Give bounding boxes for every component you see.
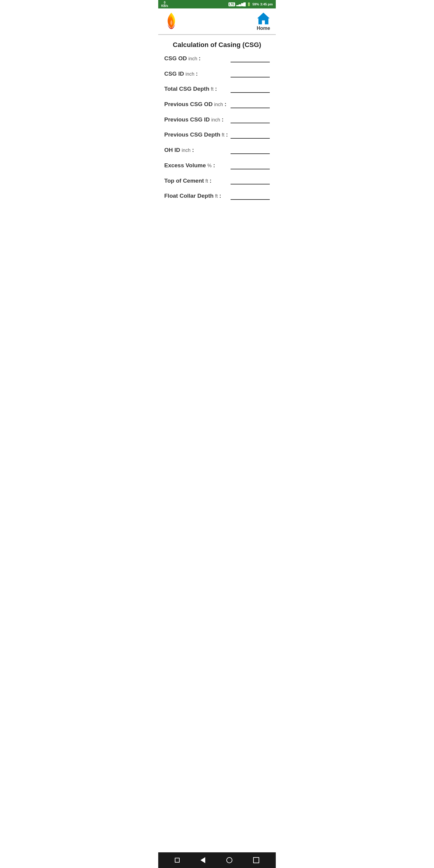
label-csg-od: CSG OD inch : (164, 55, 230, 62)
label-total-csg-depth: Total CSG Depth ft : (164, 85, 230, 93)
input-previous-csg-id[interactable] (230, 116, 270, 123)
input-float-collar-depth[interactable] (230, 193, 270, 200)
status-right: LTE ▂▄▆█ 🔋 59% 3:45 pm (228, 2, 273, 6)
label-csg-id: CSG ID inch : (164, 70, 230, 78)
label-top-of-cement: Top of Cement ft : (164, 177, 230, 185)
signal-icon: ▂▄▆█ (236, 2, 246, 6)
field-previous-csg-id: Previous CSG ID inch : (164, 116, 270, 125)
status-bar: 0 KB/s LTE ▂▄▆█ 🔋 59% 3:45 pm (158, 0, 276, 8)
field-total-csg-depth: Total CSG Depth ft : (164, 85, 270, 94)
input-excess-volume[interactable] (230, 162, 270, 169)
battery-percent: 59% (252, 2, 259, 6)
flame-icon (163, 11, 180, 31)
input-previous-csg-od[interactable] (230, 101, 270, 108)
field-previous-csg-od: Previous CSG OD inch : (164, 101, 270, 110)
label-previous-csg-id: Previous CSG ID inch : (164, 116, 230, 124)
input-csg-id[interactable] (230, 70, 270, 78)
input-oh-id[interactable] (230, 147, 270, 154)
home-icon (256, 11, 271, 25)
label-oh-id: OH ID inch : (164, 147, 230, 154)
field-csg-id: CSG ID inch : (164, 70, 270, 79)
label-excess-volume: Excess Volume % : (164, 162, 230, 169)
label-previous-csg-od: Previous CSG OD inch : (164, 101, 230, 108)
field-top-of-cement: Top of Cement ft : (164, 177, 270, 186)
input-total-csg-depth[interactable] (230, 86, 270, 93)
network-type-icon: LTE (228, 2, 235, 6)
page-title: Calculation of Casing (CSG) (163, 41, 271, 49)
form-container: CSG OD inch : CSG ID inch : Total CSG De… (158, 52, 276, 214)
input-top-of-cement[interactable] (230, 177, 270, 184)
field-csg-od: CSG OD inch : (164, 55, 270, 64)
label-float-collar-depth: Float Collar Depth ft : (164, 192, 230, 200)
app-logo (163, 11, 180, 31)
input-previous-csg-depth[interactable] (230, 131, 270, 138)
field-float-collar-depth: Float Collar Depth ft : (164, 192, 270, 201)
input-csg-od[interactable] (230, 55, 270, 62)
battery-icon: 🔋 (247, 2, 251, 6)
svg-marker-1 (257, 13, 270, 24)
page-title-container: Calculation of Casing (CSG) (158, 35, 276, 52)
field-excess-volume: Excess Volume % : (164, 162, 270, 170)
time-display: 3:45 pm (260, 2, 273, 6)
field-oh-id: OH ID inch : (164, 147, 270, 155)
home-button[interactable]: Home (256, 11, 271, 31)
header: Home (158, 8, 276, 34)
label-previous-csg-depth: Previous CSG Depth ft : (164, 131, 230, 138)
field-previous-csg-depth: Previous CSG Depth ft : (164, 131, 270, 140)
home-label: Home (257, 26, 270, 31)
data-speed: 0 KB/s (161, 1, 168, 7)
